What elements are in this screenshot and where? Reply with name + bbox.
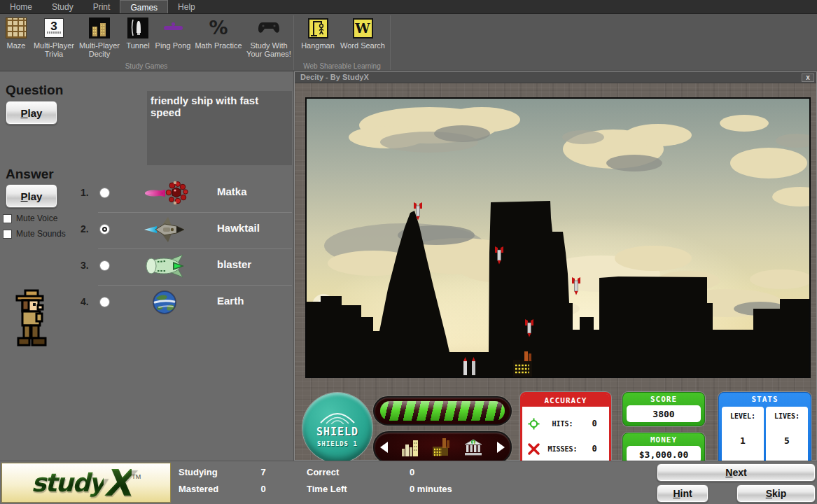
menu-home[interactable]: Home [0, 0, 42, 13]
blaster-ship-icon [144, 252, 190, 280]
mastered-value: 0 [253, 484, 273, 494]
ribbon-maze-button[interactable]: Maze [3, 17, 29, 50]
level-box: LEVEL: 1 [722, 407, 764, 464]
building-selector: $ [373, 431, 512, 463]
menu-bar: Home Study Print Games Help [0, 0, 817, 14]
studyx-logo-text: study [32, 468, 104, 497]
option-label: Earth [217, 295, 244, 307]
mute-voice-option[interactable]: Mute Voice [3, 214, 57, 223]
shield-subtitle: SHIELDS 1 [317, 440, 358, 447]
next-arrow-icon[interactable] [497, 442, 505, 453]
ribbon-item-label: Maze [3, 41, 29, 50]
answer-option-4[interactable]: 4. Earth [70, 284, 294, 321]
ribbon-multiplayer-decity-button[interactable]: Multi-Player Decity [78, 17, 120, 58]
score-title: SCORE [623, 393, 704, 404]
score-panel: SCORE 3800 [622, 392, 705, 426]
answer-play-button[interactable]: Play [6, 184, 57, 208]
ribbon-item-label: Tunnel [123, 41, 153, 50]
tunnel-rocket-icon [127, 18, 148, 38]
decity-game-window: Decity - By StudyX x [294, 71, 817, 461]
ribbon-ping-pong-button[interactable]: Ping Pong [155, 17, 191, 50]
ribbon-item-label: Study With Your Games! [245, 41, 293, 58]
mute-sounds-checkbox[interactable] [3, 230, 12, 239]
ribbon-item-label: Word Search [340, 41, 385, 50]
misses-label: MISSES: [540, 445, 585, 453]
gamepad-icon [258, 21, 280, 35]
ribbon-multiplayer-trivia-button[interactable]: 3 Multi-Player Trivia [32, 17, 76, 58]
explorer-character-sprite [13, 288, 52, 353]
accuracy-panel: ACCURACY HITS: 0 MISSES: 0 [520, 392, 611, 468]
menu-games[interactable]: Games [120, 0, 168, 13]
mute-voice-checkbox[interactable] [3, 214, 12, 223]
question-answer-panel: Question Play friendly ship with fast sp… [0, 71, 294, 461]
close-icon[interactable]: x [802, 74, 814, 82]
mute-voice-label: Mute Voice [16, 214, 57, 223]
mastered-label: Mastered [179, 484, 218, 494]
miss-x-icon [528, 443, 540, 455]
ribbon-group-label: Web Shareable Learning [295, 62, 389, 70]
shield-title: SHIELD [316, 426, 358, 438]
question-play-button[interactable]: Play [6, 101, 57, 125]
ribbon-item-label: Math Practice [193, 41, 244, 50]
hangman-icon [308, 18, 328, 38]
hits-value: 0 [585, 419, 603, 428]
hint-button[interactable]: Hint [657, 484, 708, 503]
app-screen: Home Study Print Games Help Maze 3 Multi… [0, 0, 817, 504]
correct-value: 0 [410, 467, 414, 477]
ribbon-item-label: Ping Pong [155, 41, 191, 50]
lives-value: 5 [766, 435, 808, 446]
level-value: 1 [722, 435, 764, 446]
option-number: 3. [81, 260, 89, 271]
ribbon-group-separator [390, 15, 391, 70]
ribbon-tunnel-button[interactable]: Tunnel [123, 17, 153, 50]
correct-label: Correct [307, 467, 339, 477]
ribbon-word-search-button[interactable]: W Word Search [340, 17, 385, 50]
answer-option-2[interactable]: 2. Hawktail [70, 211, 294, 248]
lives-box: LIVES: 5 [766, 407, 808, 464]
next-button[interactable]: Next [657, 463, 816, 482]
city-buildings-icon [89, 18, 110, 38]
stats-panel: STATS LEVEL: 1 LIVES: 5 [718, 392, 811, 468]
ribbon-hangman-button[interactable]: Hangman [300, 17, 336, 50]
option-label: Matka [217, 186, 247, 197]
option-number: 4. [81, 296, 89, 307]
shield-arcs-icon [318, 409, 357, 424]
matka-ship-icon [144, 179, 190, 207]
game-scene[interactable] [305, 97, 811, 378]
answer-option-1[interactable]: 1. Matka [70, 175, 294, 211]
shield-emblem: SHIELD SHIELDS 1 [302, 393, 372, 463]
ribbon: Maze 3 Multi-Player Trivia Multi-Player … [0, 14, 817, 71]
skip-button[interactable]: Skip [736, 484, 816, 503]
hits-label: HITS: [540, 420, 585, 428]
svg-text:$: $ [472, 440, 475, 444]
previous-arrow-icon[interactable] [380, 442, 388, 453]
answer-option-3[interactable]: 3. blaster [70, 248, 294, 284]
stats-title: STATS [719, 393, 811, 406]
ribbon-study-with-games-button[interactable]: Study With Your Games! [245, 17, 293, 58]
city-bars-icon[interactable] [402, 438, 420, 456]
menu-study[interactable]: Study [42, 0, 83, 13]
trivia-card-icon: 3 [44, 18, 64, 38]
bank-icon[interactable]: $ [463, 438, 483, 456]
question-heading: Question [6, 83, 63, 98]
factory-icon[interactable] [433, 438, 451, 456]
ribbon-group-label: Study Games [0, 62, 293, 70]
menu-help[interactable]: Help [168, 0, 205, 13]
ribbon-math-practice-button[interactable]: % Math Practice [193, 17, 244, 50]
shield-energy-bar [373, 396, 512, 426]
question-text-box: friendly ship with fast speed [147, 91, 292, 165]
mute-sounds-option[interactable]: Mute Sounds [3, 229, 66, 239]
studying-value: 7 [253, 467, 273, 477]
studying-label: Studying [179, 467, 218, 477]
option-3-radio[interactable] [99, 260, 110, 271]
accuracy-title: ACCURACY [522, 394, 609, 407]
money-title: MONEY [623, 433, 704, 444]
time-left-value: 0 minutes [410, 484, 452, 494]
game-window-body: SHIELD SHIELDS 1 [295, 83, 816, 460]
option-2-radio-selected[interactable] [99, 224, 110, 234]
option-1-radio[interactable] [99, 188, 110, 198]
percent-icon: % [209, 24, 228, 32]
menu-print[interactable]: Print [83, 0, 120, 13]
option-4-radio[interactable] [99, 297, 110, 307]
earth-globe-icon [144, 288, 190, 316]
